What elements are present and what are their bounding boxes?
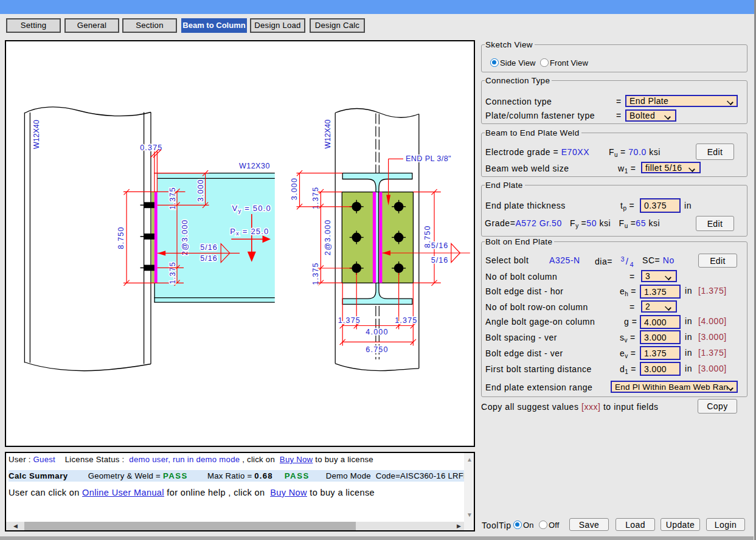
svg-text:1.375: 1.375 [168, 261, 177, 284]
svg-text:1.375: 1.375 [311, 187, 320, 209]
svg-text:3.000: 3.000 [196, 179, 205, 201]
svg-text:5/16: 5/16 [431, 241, 448, 250]
svg-text:5/16: 5/16 [200, 254, 217, 263]
svg-text:END PL 3/8": END PL 3/8" [406, 154, 451, 163]
svg-text:Px = 25.0: Px = 25.0 [230, 227, 269, 237]
svg-text:0.375: 0.375 [140, 144, 162, 152]
svg-text:W12X40: W12X40 [324, 119, 332, 148]
svg-text:4.000: 4.000 [366, 328, 388, 336]
svg-text:2@3.000: 2@3.000 [324, 220, 332, 255]
svg-text:2@3.000: 2@3.000 [181, 220, 189, 255]
svg-text:3.000: 3.000 [290, 178, 299, 200]
svg-text:8.750: 8.750 [117, 226, 125, 249]
svg-text:6.750: 6.750 [366, 345, 388, 354]
svg-text:5/16: 5/16 [431, 256, 448, 265]
svg-text:1.375: 1.375 [395, 316, 417, 325]
svg-text:5/16: 5/16 [200, 243, 217, 252]
svg-text:1.375: 1.375 [311, 262, 320, 285]
svg-text:1.375: 1.375 [168, 187, 177, 209]
svg-text:1.375: 1.375 [338, 316, 361, 325]
svg-text:Vy = 50.0: Vy = 50.0 [232, 204, 271, 214]
svg-text:W12X40: W12X40 [32, 120, 41, 149]
svg-text:W12X30: W12X30 [239, 162, 270, 170]
